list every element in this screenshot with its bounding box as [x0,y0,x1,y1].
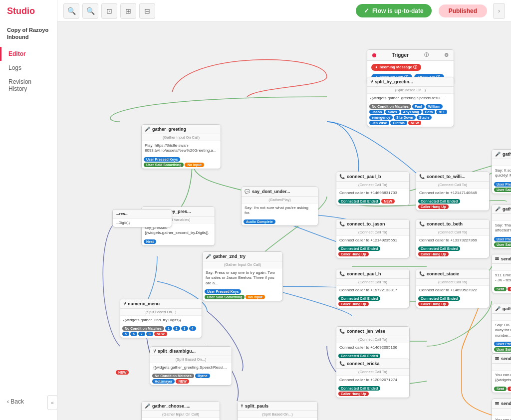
toolbar: 🔍 🔍 ⊡ ⊞ ⊟ Flow is up-to-date Published › [57,0,511,22]
gather-greeting-tags: User Pressed Keys User Said Something No… [142,156,221,169]
send-911-conta2-subtitle: (Send Message) [492,409,511,416]
connect-beth-title: connect_to_beth [427,221,463,226]
gather-choose-node[interactable]: 🎤 gather_choose_... (Gather Input On Cal… [141,401,220,420]
tag-connected-willi: Connected Call Ended [418,199,460,204]
connect-paul-b-node[interactable]: 📞 connect_paul_b (Connect Call To) Conne… [336,172,410,206]
zoom-out-button[interactable]: 🔍 [63,3,79,19]
split-by-greeting-tags: No Condition Matches Paul William Jason … [367,103,454,127]
connect-stacie-title: connect_stacie [427,271,459,276]
trigger-title: Trigger [392,52,409,58]
new-left-tag: NEW [114,369,131,376]
gather-greeting-body: Play: https://thistle-swan-8093.twil.io/… [142,141,221,156]
connect-stacie-node[interactable]: 📞 connect_stacie (Connect Call To) Conne… [416,269,490,308]
split-by-greeting-node[interactable]: ⑂ split_by_greetin... (Split Based On...… [367,77,454,127]
publish-button[interactable]: Published [439,4,487,17]
gather-greeting-header: 🎤 gather_greeting [142,125,221,134]
split-pauls-subtitle: (Split Based On...) [238,411,317,418]
res-header: ...res... [113,210,172,218]
gather-911-web-node[interactable]: 🎤 gather_911_web... (Gather Input On Cal… [492,204,511,249]
res-node[interactable]: ...res... ...Digits}} [112,209,172,227]
connect-beth-subtitle: (Connect Call To) [416,229,489,236]
tag-2: 2 [173,326,180,331]
sidebar-collapse-button[interactable]: « [47,395,57,410]
connect-jason-header: 📞 connect_to_jason [336,219,409,229]
connect-paul-b-title: connect_paul_b [347,174,381,179]
trigger-settings-icon[interactable]: ⚙ [444,52,449,58]
connect-paul-h-node[interactable]: 📞 connect_paul_h (Connect Call To) Conne… [336,269,410,308]
gather-911-name-node[interactable]: 🎤 gather_911_name (Gather Input On Call)… [492,149,511,194]
split-by-greeting-header: ⑂ split_by_greetin... [367,77,454,87]
table-button[interactable]: ⊟ [139,3,155,19]
phone6-icon: 📞 [419,271,425,276]
sidebar-item-logs[interactable]: Logs [0,61,57,75]
canvas[interactable]: Trigger ⓘ ⚙ ● Incoming Message ⓘ ● Incom… [57,22,511,420]
zoom-in-button[interactable]: 🔍 [82,3,98,19]
split-pauls-condition: {{widgets.gather_choose_a_paul.Spee... [238,418,317,420]
numeric-menu-node[interactable]: ⑂ numeric_menu (Split Based On...) {{wid… [120,299,202,338]
gather-choose-header: 🎤 gather_choose_... [142,402,220,411]
project-title: Copy of Razoyo Inbound [0,22,57,45]
gather-2nd-try-node[interactable]: 🎤 gather_2nd_try (Gather Input On Call) … [202,251,283,301]
phone1-icon: 📞 [339,174,345,179]
gather-911-more-subtitle: (Gather Input On Call) [492,314,511,321]
send-911-alert-node[interactable]: ✉ send_911_alert (Send Message) 911 Emer… [492,254,511,293]
trigger-info-icon: ⓘ [424,52,429,58]
connect-ericka-node[interactable]: 📞 connect_ericka (Connect Call To) Conne… [336,359,410,398]
send-911-conta-header: ✉ send_911_conta... [492,354,511,364]
send-911-alert-body: 911 Emergency Assistance Requested - JK … [492,271,511,285]
sidebar-item-revision-history[interactable]: Revision History [0,75,57,96]
connect-paul-h-tags: Connected Call Ended Caller Hung Up [336,295,409,308]
connect-jen-body: Connect caller to +14692095136 [336,343,409,352]
canvas-inner: Trigger ⓘ ⚙ ● Incoming Message ⓘ ● Incom… [57,22,511,420]
tag-user-pressed-911n: User Pressed Keys [494,182,511,187]
gather-911-web-body: Say: Thank you. Now, which web site is a… [492,221,511,235]
tag-hung-beth: Caller Hung Up [418,252,449,256]
connect-jen-header: 📞 connect_jen_wise [336,327,409,336]
tag-user-pressed2: User Pressed Keys [205,289,241,294]
send-911-conta2-body: You can reach {{widgets.gather_911_name.… [492,416,511,420]
connect-paul-h-title: connect_paul_h [347,271,381,276]
gather5-icon: 🎤 [495,207,501,211]
phone3-icon: 📞 [339,221,345,226]
connect-to-willi-node[interactable]: 📞 connect_to_willi... (Connect Call To) … [416,172,490,211]
gather-choose-body: Say: Is that Paul Holzmayer or Paul Byrn… [142,418,220,420]
split-pauls-node[interactable]: ⑂ split_pauls (Split Based On...) {{widg… [237,401,318,420]
connect-stacie-tags: Connected Call Ended Caller Hung Up [416,295,489,308]
right-panel-collapse[interactable]: › [493,3,505,19]
send-911-conta2-node[interactable]: ✉ send_911_conta... (Send Message) You c… [492,399,511,420]
trigger-tags: ● Incoming Message ⓘ [367,61,454,74]
connect-to-beth-node[interactable]: 📞 connect_to_beth (Connect Call To) Conn… [416,219,490,258]
tag-sent-conta: Sent [494,387,507,391]
connect-willi-header: 📞 connect_to_willi... [416,172,489,182]
gather-911-name-body: Say: It sounds like you need help quickl… [492,166,511,181]
tag-no-condition: No Condition Matches [369,104,411,109]
gather-2nd-try-title: gather_2nd_try [213,254,246,259]
res-title: ...res... [116,211,128,216]
split-disambigu-node[interactable]: ⑂ split_disambigu... (Split Based On...)… [150,346,232,386]
gather-icon: 🎤 [145,127,150,132]
app-logo: Studio [0,0,57,22]
tag-new-disambigu: NEW [176,379,189,384]
gather-greeting-node[interactable]: 🎤 gather_greeting (Gather Input On Call)… [141,124,221,169]
sidebar-item-editor[interactable]: Editor [0,47,57,61]
say-dont-understand-node[interactable]: 💬 say_dont_under... (Gather/Play) Say: I… [241,187,318,226]
numeric-menu-subtitle: (Split Based On...) [120,309,202,316]
send-911-conta-node[interactable]: ✉ send_911_conta... (Send Message) You c… [492,354,511,393]
send-911-conta-title: send_911_conta... [501,356,511,361]
tag-connected-ericka: Connected Call Ended [338,386,380,391]
gather-911-more-tags: User Pressed Keys User Said Something No… [492,340,511,353]
grid-button[interactable]: ⊞ [120,3,136,19]
tag-jason: Jason [369,110,384,114]
tag-911: 911 [436,110,447,114]
fit-button[interactable]: ⊡ [101,3,117,19]
send-911-conta2-title: send_911_conta... [501,401,511,406]
gather-911-more-node[interactable]: 🎤 gather_911_more (Gather Input On Call)… [492,304,511,354]
tag-8: 8 [146,332,153,336]
connect-ericka-header: 📞 connect_ericka [336,359,409,369]
tag-sitedown: Site Down [394,115,416,120]
connect-ericka-tags: Connected Call Ended Caller Hung Up [336,385,409,398]
status-text: Flow is up-to-date [372,7,424,14]
connect-to-jason-node[interactable]: 📞 connect_to_jason (Connect Call To) Con… [336,219,410,258]
gather2-icon: 🎤 [206,254,211,259]
tag-beth: Beth [423,110,436,114]
